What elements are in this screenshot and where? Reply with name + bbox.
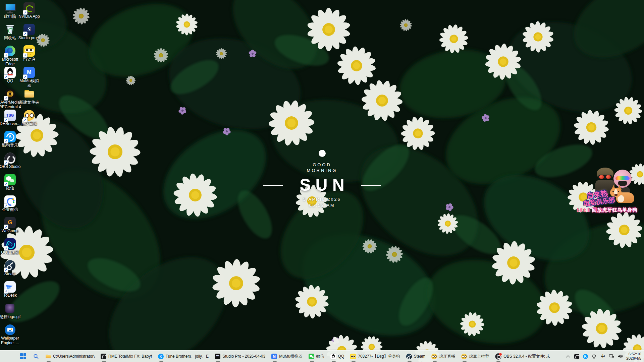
desktop-icon-tsg[interactable]: TSG↗DHServer... [1, 109, 19, 126]
desktop-icon-obs[interactable]: ↗OBS Studio [1, 152, 19, 169]
running-indicator [310, 361, 314, 362]
taskbar-item-totalmix-1[interactable]: RME TotalMix FX: Babyf [98, 351, 155, 362]
taskbar-item-steam-8[interactable]: Steam [403, 351, 429, 362]
desktop-icon-mumu-c2[interactable]: M↗MuMu模拟器 [20, 66, 39, 88]
running-indicator [273, 361, 277, 362]
gif-thumbnail-icon [4, 303, 16, 314]
tray-totalmix[interactable] [574, 354, 579, 359]
taskbar-item-explorer-0[interactable]: C:\Users\Administrator\ [42, 351, 98, 362]
obs-icon [495, 353, 501, 360]
greeting-line2: MORNING [258, 168, 386, 173]
desktop-icon-todesk[interactable]: ↗ToDesk [1, 281, 19, 298]
taskbar-item-label: Tune Brothers、jolly、E [166, 354, 209, 359]
widget-dot-icon [319, 150, 326, 157]
ime-indicator[interactable]: 中 [600, 354, 605, 359]
search-button[interactable] [30, 351, 42, 362]
taskbar-item-huya-10[interactable]: 虎翼上推荐 [458, 351, 492, 362]
shortcut-arrow-icon: ↗ [4, 225, 8, 229]
taskbar-item-studiopro-3[interactable]: Studio Pro - 2026-04-03 [212, 351, 268, 362]
system-tray: K 中 6:52:10 [565, 351, 644, 362]
desktop-icon-wechat[interactable]: ↗微信 [1, 174, 19, 191]
speaker-icon [618, 354, 623, 359]
taskbar-item-label: RME TotalMix FX: Babyf [108, 354, 152, 359]
taskbar-item-kugou-2[interactable]: KTune Brothers、jolly、E [155, 351, 212, 362]
running-indicator [463, 361, 467, 362]
taskbar-item-label: 703277-【Dsg】单身狗 [358, 354, 400, 359]
shortcut-arrow-icon: ↗ [4, 182, 8, 186]
desktop-icon-uu[interactable]: ↗UU加速器 [1, 238, 19, 255]
shortcut-arrow-icon: ↗ [23, 74, 28, 79]
desktop-icon-huya-c2[interactable]: ↗虎牙直播 [20, 109, 39, 126]
greeting-line1: GOOD [258, 162, 386, 168]
windows-logo-icon [20, 353, 26, 359]
bilibili-logo: bilibili [577, 207, 590, 213]
desktop-icon-label: UU加速器 [0, 250, 21, 255]
folder-icon [23, 88, 35, 100]
desktop-icon-nvidia-c2[interactable]: ↗NVIDIA App [20, 2, 39, 19]
day-of-week: SUN [258, 176, 386, 194]
search-icon [33, 354, 39, 359]
running-indicator [47, 361, 51, 362]
desktop-icon-label: Steam [0, 272, 21, 277]
desktop-icon-label: 企业微信 [0, 207, 21, 212]
hidden-icons-chevron[interactable] [565, 354, 571, 359]
desktop-icon-recycle[interactable]: 回收站 [1, 23, 19, 41]
huya-icon [461, 354, 467, 359]
shortcut-arrow-icon: ↗ [4, 96, 8, 101]
desktop-icon-label: 悬挂logo.gif [0, 315, 21, 319]
desktop-icon-edge[interactable]: ↗Microsoft Edge [1, 45, 19, 66]
tray-usb[interactable] [591, 354, 597, 359]
network-button[interactable] [609, 354, 614, 359]
desktop-icon-recentral[interactable]: ↗AVerMedia RECentral 4 [1, 88, 19, 109]
taskbar-item-qq-6[interactable]: QQ [327, 351, 347, 362]
desktop-icon-wallpaper[interactable]: Wallpaper Engine: ... [1, 324, 19, 345]
desktop-icon-label: ToDesk [0, 293, 21, 298]
taskbar-item-obs-11[interactable]: OBS 32.0.4 - 配置文件: 未 [492, 351, 553, 362]
desktop-icon-qq[interactable]: ↗QQ [1, 66, 19, 83]
desktop-icon-folder-c2[interactable]: 新建文件夹 [20, 88, 39, 105]
desktop-icon-steam[interactable]: ↗Steam [1, 259, 19, 277]
desktop-icon-wegame[interactable]: G↗WeGame [1, 217, 19, 234]
tray-kugou[interactable]: K [583, 354, 588, 359]
overlay-caption-text: 回放虎牙狂鸟单身狗 [592, 207, 637, 213]
mumu-icon: M [271, 354, 277, 359]
shortcut-arrow-icon: ↗ [4, 74, 8, 79]
shortcut-arrow-icon: ↗ [23, 10, 28, 15]
desktop-icon-label: OBS Studio [0, 165, 21, 169]
wallpaper-engine-icon [5, 324, 15, 335]
widget-date: 5 APRIL 2026 [258, 197, 386, 202]
shortcut-arrow-icon: ↗ [4, 160, 8, 165]
running-indicator [496, 361, 500, 362]
desktop-icon-label: 新建文件夹 [18, 100, 41, 105]
clock-date: 2026/4/5 [626, 356, 641, 361]
shortcut-arrow-icon: ↗ [4, 139, 8, 143]
running-indicator [352, 361, 356, 362]
shortcut-arrow-icon: ↗ [23, 32, 28, 36]
taskbar-item-mumu-4[interactable]: MMuMu模拟器 [268, 351, 305, 362]
rainbow-goggles-icon [615, 176, 630, 180]
desktop-icon-label: Studio pro 8 [18, 36, 41, 41]
desktop-icon-wework[interactable]: ↗企业微信 [1, 195, 19, 212]
kugou-icon: K [583, 354, 588, 359]
desktop-icon-pc[interactable]: 此电脑 [1, 2, 19, 19]
desktop-icon-yy-c2[interactable]: ↗YY语音 [20, 45, 39, 62]
taskbar-item-label: OBS 32.0.4 - 配置文件: 未 [503, 354, 550, 359]
volume-button[interactable] [618, 354, 623, 359]
taskbar-item-label: C:\Users\Administrator\ [53, 354, 95, 359]
right-rule-line [361, 185, 381, 186]
desktop-icon-studio-c2[interactable]: S↗Studio pro 8 [20, 23, 39, 41]
taskbar-item-huya-9[interactable]: 虎牙直播 [428, 351, 458, 362]
desktop-icon-kugou[interactable]: K↗酷狗音乐 [1, 131, 19, 148]
tray-clock[interactable]: 6:52:10 2026/4/5 [626, 352, 641, 361]
desktop-icon-label: MuMu模拟器 [18, 79, 41, 88]
desktop-icon-label: NVIDIA App [18, 14, 41, 19]
desktop-icon-label: Wallpaper Engine: ... [0, 336, 21, 345]
desktop-icon-gif[interactable]: 悬挂logo.gif [1, 302, 19, 319]
running-indicator [408, 361, 412, 362]
desktop-icon-label: WeGame [0, 229, 21, 234]
start-button[interactable] [17, 351, 30, 362]
yy-icon [350, 354, 356, 359]
taskbar-item-yy-7[interactable]: 703277-【Dsg】单身狗 [347, 351, 403, 362]
widget-time: 06:52 AM [258, 203, 386, 208]
taskbar-item-wechat-5[interactable]: 微信 [306, 351, 327, 362]
